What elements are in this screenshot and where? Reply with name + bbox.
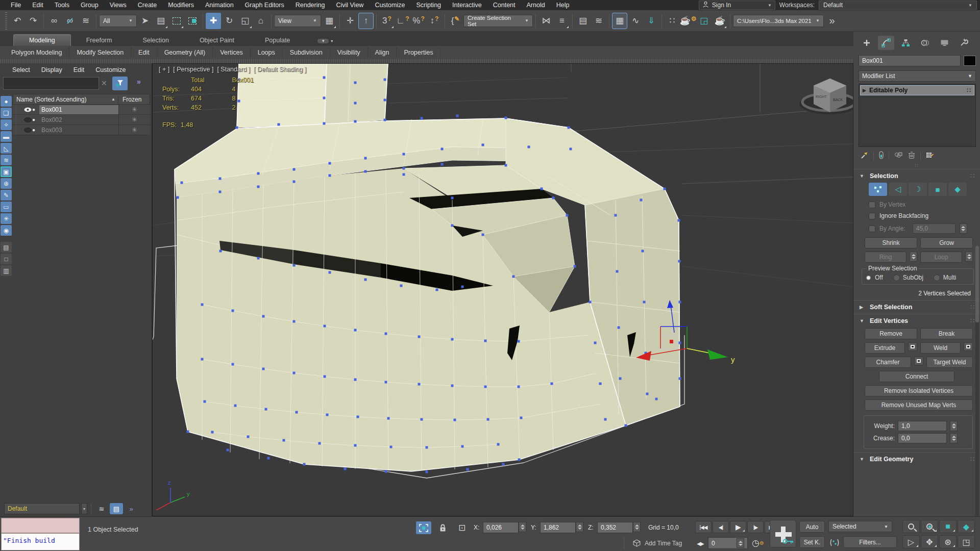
select-object-icon[interactable]: ➤ (137, 13, 153, 29)
object-name[interactable]: Box003 (39, 126, 118, 135)
viewport-general-menu[interactable]: [ + ] (159, 66, 169, 73)
percent-snap-toggle-icon[interactable]: %? (411, 13, 426, 29)
key-filters-icon[interactable] (827, 536, 842, 549)
shrink-button[interactable]: Shrink (865, 237, 917, 248)
loop-button[interactable]: Loop (920, 252, 962, 263)
zoom-extents-all-icon[interactable]: ◆ (958, 520, 975, 533)
polygon-subobject-button[interactable]: ■ (928, 183, 947, 196)
explorer-menu-edit[interactable]: Edit (68, 65, 90, 74)
zoom-icon[interactable] (902, 520, 920, 533)
window-crossing-toggle-icon[interactable] (185, 13, 200, 29)
x-coordinate-field[interactable]: 0,026 (483, 522, 519, 533)
border-subobject-button[interactable]: ☽ (909, 183, 927, 196)
filter-lights-icon[interactable]: ✧ (1, 119, 12, 130)
toggle-scene-explorer-icon[interactable]: ▤ (575, 13, 591, 29)
reference-coordinate-dropdown[interactable]: View ▼ (274, 15, 321, 27)
display-tab-icon[interactable] (936, 36, 952, 50)
clear-search-icon[interactable]: ✕ (101, 79, 107, 87)
frame-spinner[interactable] (737, 538, 744, 548)
filter-bones-icon[interactable]: ✎ (1, 190, 12, 201)
filter-cameras-icon[interactable]: ▬ (1, 131, 12, 142)
field-of-view-icon[interactable]: ▷ (902, 535, 920, 548)
filter-geometry-icon[interactable]: ● (1, 96, 12, 107)
menu-customize[interactable]: Customize (369, 2, 410, 9)
ribbon-tab-object-paint[interactable]: Object Paint (184, 35, 250, 46)
add-time-tag[interactable]: Add Time Tag (633, 539, 682, 547)
explorer-menu-customize[interactable]: Customize (90, 65, 131, 74)
y-spinner[interactable] (576, 522, 583, 532)
perspective-viewport[interactable]: y RIGHT BACK x y z [ (152, 63, 853, 516)
explorer-overflow-chevrons[interactable]: » (137, 78, 141, 86)
ribbon-tab-freeform[interactable]: Freeform (71, 35, 128, 46)
panel-properties[interactable]: Properties (397, 47, 440, 58)
expander-icon[interactable]: ▶ (863, 88, 866, 93)
explorer-view-list-icon[interactable]: ▤ (1, 242, 12, 253)
maximize-viewport-toggle[interactable]: ◳ (958, 535, 975, 548)
vertex-subobject-button[interactable] (869, 183, 887, 196)
element-subobject-button[interactable]: ◆ (948, 183, 967, 196)
crease-field[interactable]: 0,0 (898, 433, 947, 443)
explorer-row-box001[interactable]: ● Box001 ✳ (13, 105, 150, 115)
select-and-place-button[interactable]: ⌂ (253, 13, 268, 29)
weld-button[interactable]: Weld (920, 342, 961, 354)
selection-dot-icon[interactable]: ● (32, 117, 39, 122)
extrude-button[interactable]: Extrude (865, 342, 905, 354)
x-spinner[interactable] (519, 522, 526, 532)
snaps-toggle-3d-icon[interactable]: 3? (379, 13, 395, 29)
filter-groups-icon[interactable]: ⊕ (1, 178, 12, 189)
menu-modifiers[interactable]: Modifiers (162, 2, 200, 9)
modifier-list-dropdown[interactable]: Modifier List ▼ (859, 70, 976, 82)
weld-settings-button[interactable] (964, 342, 973, 351)
menu-graph-editors[interactable]: Graph Editors (239, 2, 290, 9)
command-panel-scrollbar[interactable] (975, 246, 979, 516)
viewcube-right-face[interactable]: RIGHT (816, 95, 827, 98)
column-header-name[interactable]: Name (Sorted Ascending) ▲ (13, 96, 118, 103)
auto-key-button[interactable]: Auto (799, 521, 825, 533)
by-angle-checkbox[interactable] (869, 226, 875, 232)
chevron-down-icon[interactable]: ▾ (81, 503, 87, 514)
bind-to-space-warp-icon[interactable]: ≋ (78, 13, 93, 29)
go-to-start-button[interactable]: |◀◀ (695, 521, 712, 533)
ribbon-tab-modeling[interactable]: Modeling (13, 34, 71, 46)
viewcube-back-face[interactable]: BACK (833, 98, 843, 102)
rollout-selection-header[interactable]: ▼ Selection ∷ (853, 169, 980, 182)
toggle-ribbon-icon[interactable]: ▦ (612, 13, 627, 29)
pan-view-icon[interactable]: ✥ (921, 535, 938, 548)
frozen-toggle-icon[interactable]: ✳ (118, 125, 150, 135)
frame-step-icon[interactable]: ◀▶ (694, 537, 706, 549)
selected-vertex[interactable] (670, 340, 673, 343)
minimize-ribbon-icon[interactable]: ▼ (317, 39, 329, 43)
remove-button[interactable]: Remove (865, 328, 917, 339)
viewcube[interactable]: RIGHT BACK (799, 79, 853, 114)
filter-spacewarps-icon[interactable]: ≋ (1, 155, 12, 165)
panel-edit[interactable]: Edit (131, 47, 157, 58)
maxscript-mini-listener-macro[interactable] (1, 518, 80, 533)
selection-set-dropdown[interactable]: Selected ▼ (828, 521, 892, 532)
ribbon-tab-populate[interactable]: Populate (250, 35, 305, 46)
menu-interactive[interactable]: Interactive (447, 2, 487, 9)
mirror-icon[interactable]: ⋈ (538, 13, 554, 29)
filter-all-types-icon[interactable]: ▣ (1, 166, 12, 177)
configure-modifier-sets-icon[interactable] (926, 152, 934, 161)
lock-selection-toggle[interactable] (435, 521, 450, 534)
filter-button[interactable] (112, 77, 128, 90)
render-setup-icon[interactable]: ☕⚙ (680, 13, 696, 29)
visibility-eye-icon[interactable] (23, 128, 32, 133)
absolute-offset-mode-toggle[interactable]: ⊡ (454, 521, 470, 534)
panel-subdivision[interactable]: Subdivision (283, 47, 330, 58)
remove-isolated-vertices-button[interactable]: Remove Isolated Vertices (865, 385, 973, 396)
explorer-menu-select[interactable]: Select (7, 65, 35, 74)
isolate-selection-toggle[interactable] (416, 521, 431, 534)
select-and-scale-button[interactable]: ◱ (237, 13, 253, 29)
ribbon-tab-selection[interactable]: Selection (127, 35, 184, 46)
undo-button[interactable]: ↶ (10, 13, 25, 29)
workspace-preset-dropdown[interactable]: Default (4, 503, 80, 514)
layer-list-icon[interactable]: ≋ (95, 503, 108, 514)
viewport-pov-menu[interactable]: [ Perspective ] (173, 66, 213, 73)
menu-content[interactable]: Content (487, 2, 521, 9)
menu-views[interactable]: Views (104, 2, 132, 9)
frozen-toggle-icon[interactable]: ✳ (118, 115, 150, 124)
object-name-field[interactable]: Box001 (859, 55, 961, 66)
by-angle-spinner[interactable] (960, 223, 967, 234)
rendered-frame-window-icon[interactable]: ◲ (696, 13, 712, 29)
